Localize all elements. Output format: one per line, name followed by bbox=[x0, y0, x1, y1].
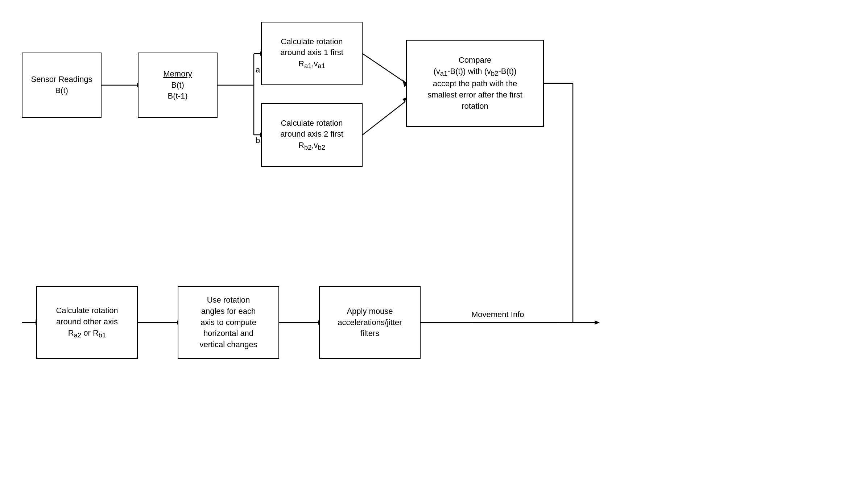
compare-box: Compare(va1-B(t)) with (vb2-B(t)) accept… bbox=[406, 40, 544, 127]
calc-axis2-label: Calculate rotationaround axis 2 firstRb2… bbox=[277, 114, 347, 156]
calc-axis1-label: Calculate rotationaround axis 1 firstRa1… bbox=[277, 33, 347, 75]
svg-marker-22 bbox=[595, 320, 600, 325]
apply-mouse-label: Apply mouseaccelerations/jitterfilters bbox=[334, 302, 405, 343]
diagram-container: a b Sensor Readings B(t) MemoryB(t)B(t-1… bbox=[0, 0, 868, 482]
calc-axis2-box: Calculate rotationaround axis 2 firstRb2… bbox=[261, 103, 363, 167]
svg-line-8 bbox=[363, 54, 405, 83]
use-rotation-box: Use rotationangles for eachaxis to compu… bbox=[178, 286, 279, 359]
movement-info-label: Movement Info bbox=[471, 310, 524, 319]
memory-label: MemoryB(t)B(t-1) bbox=[160, 65, 195, 105]
calc-other-label: Calculate rotationaround other axisRa2 o… bbox=[52, 302, 121, 344]
memory-box: MemoryB(t)B(t-1) bbox=[138, 53, 218, 118]
sensor-box: Sensor Readings B(t) bbox=[22, 53, 102, 118]
svg-text:a: a bbox=[256, 65, 260, 74]
compare-label: Compare(va1-B(t)) with (vb2-B(t)) accept… bbox=[424, 51, 526, 115]
svg-text:b: b bbox=[256, 136, 260, 145]
calc-other-box: Calculate rotationaround other axisRa2 o… bbox=[36, 286, 138, 359]
sensor-label: Sensor Readings B(t) bbox=[22, 70, 101, 100]
svg-line-10 bbox=[363, 101, 405, 135]
calc-axis1-box: Calculate rotationaround axis 1 firstRa1… bbox=[261, 22, 363, 85]
apply-mouse-box: Apply mouseaccelerations/jitterfilters bbox=[319, 286, 421, 359]
use-rotation-label: Use rotationangles for eachaxis to compu… bbox=[196, 291, 261, 354]
